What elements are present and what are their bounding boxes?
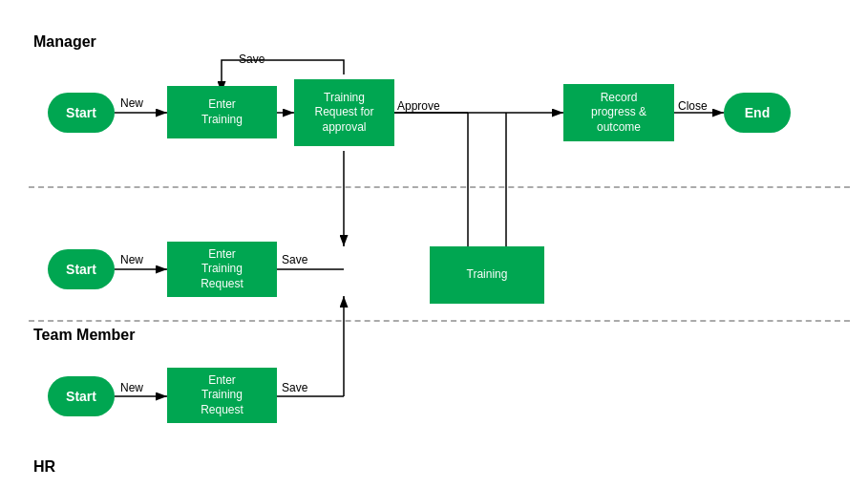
save-label-1: Save bbox=[239, 53, 265, 66]
start-node-3: Start bbox=[48, 376, 115, 416]
enter-training-node: Enter Training bbox=[167, 86, 277, 138]
new-label-3: New bbox=[120, 381, 143, 394]
new-label-2: New bbox=[120, 253, 143, 266]
diagram-container: Manager Team Member HR Start New Enter T… bbox=[0, 0, 868, 488]
enter-training-request-node-2: Enter Training Request bbox=[167, 368, 277, 423]
arrows-svg bbox=[0, 0, 868, 488]
team-member-lane-label: Team Member bbox=[33, 327, 135, 344]
save-label-2: Save bbox=[282, 253, 307, 266]
manager-lane-label: Manager bbox=[33, 33, 96, 51]
start-node-1: Start bbox=[48, 93, 115, 133]
enter-training-request-node-1: Enter Training Request bbox=[167, 242, 277, 297]
training-request-approval-node: Training Request for approval bbox=[294, 79, 394, 146]
close-label: Close bbox=[678, 99, 708, 113]
record-progress-node: Record progress & outcome bbox=[563, 84, 674, 141]
new-label-1: New bbox=[120, 96, 143, 110]
hr-lane-label: HR bbox=[33, 458, 55, 476]
approve-label: Approve bbox=[397, 99, 440, 113]
training-node: Training bbox=[430, 246, 544, 304]
save-label-3: Save bbox=[282, 381, 307, 394]
divider-2 bbox=[29, 320, 850, 322]
divider-1 bbox=[29, 186, 850, 188]
start-node-2: Start bbox=[48, 249, 115, 289]
end-node: End bbox=[724, 93, 791, 133]
